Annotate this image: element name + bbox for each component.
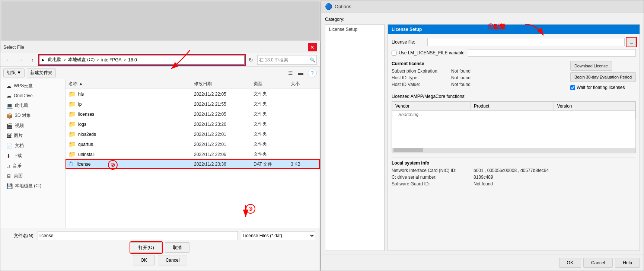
search-icon-button[interactable]: 🔍 — [310, 57, 315, 63]
breadcrumb-18: 18.0 — [128, 57, 137, 63]
file-icon-license: 🗒 — [68, 161, 74, 168]
download-license-button[interactable]: Download License — [570, 61, 612, 71]
nav-documents[interactable]: 📄 文档 — [0, 141, 65, 151]
forward-button[interactable]: → — [15, 55, 26, 65]
nav-pictures[interactable]: 🖼 图片 — [0, 131, 65, 141]
file-dialog-content: ☁ WPS云盘 ☁ OneDrive 💻 此电脑 📦 3D 对象 🎬 视频 🖼 — [0, 79, 320, 228]
nic-row: Network Interface Card (NIC) ID: b001 , … — [392, 168, 636, 173]
refresh-button[interactable]: ↻ — [246, 55, 256, 65]
breadcrumb-intelfpga: intelFPGA — [101, 57, 122, 63]
help-button[interactable]: ? — [308, 68, 317, 77]
lm-checkbox[interactable] — [392, 51, 396, 55]
nav-video-label: 视频 — [15, 122, 24, 129]
nav-onedrive[interactable]: ☁ OneDrive — [0, 91, 65, 101]
folder-icon-hls: 📁 — [68, 90, 76, 98]
local-info-title: Local system info — [392, 160, 636, 166]
nav-desktop-label: 桌面 — [14, 173, 23, 179]
view-list-button[interactable]: ☰ — [286, 68, 295, 77]
eval-period-button[interactable]: Begin 30-day Evaluation Period — [570, 72, 636, 82]
up-button[interactable]: ↑ — [27, 55, 38, 65]
documents-icon: 📄 — [6, 143, 13, 149]
float-license-checkbox[interactable] — [570, 85, 575, 90]
host-id-type-label: Host ID Type: — [392, 75, 451, 80]
license-file-input[interactable] — [427, 38, 625, 46]
file-name-logs: logs — [78, 122, 86, 127]
close-button[interactable]: ✕ — [308, 43, 317, 51]
ampp-title: Licensed AMPP/MegaCore functions: — [392, 94, 636, 99]
subscription-label: Subscription Expiration: — [392, 68, 451, 74]
downloads-icon: ⬇ — [6, 153, 11, 159]
file-name-license: license — [77, 162, 90, 167]
nav-music[interactable]: ♫ 音乐 — [0, 161, 65, 171]
nic-label: Network Interface Card (NIC) ID: — [392, 168, 474, 173]
file-type-uninstall: 文件夹 — [254, 151, 291, 157]
file-date-license: 2022/11/2 23:36 — [194, 162, 254, 167]
open-button[interactable]: 打开(O) — [131, 242, 162, 253]
nav-desktop[interactable]: 🖥 桌面 — [0, 171, 65, 181]
file-row-hls[interactable]: 📁hls 2022/11/2 22:05 文件夹 — [66, 89, 320, 99]
actions-toolbar: 组织 ▼ 新建文件夹 ☰ ▬ ? — [0, 67, 320, 79]
nav-documents-label: 文档 — [15, 143, 24, 149]
breadcrumb-this-pc: 此电脑 — [48, 57, 61, 63]
music-icon: ♫ — [6, 163, 10, 169]
options-ok-button[interactable]: OK — [559, 258, 581, 268]
lm-value-input[interactable] — [468, 49, 636, 57]
ampp-scrollbar[interactable] — [392, 148, 635, 153]
file-row-licenses[interactable]: 📁licenses 2022/11/2 22:05 文件夹 — [66, 109, 320, 119]
sg-label: Software Guard ID: — [392, 181, 474, 186]
file-list: 📁hls 2022/11/2 22:05 文件夹 📁ip 2022/11/2 2… — [66, 89, 320, 228]
ampp-searching: Searching... — [392, 111, 635, 119]
new-folder-button[interactable]: 新建文件夹 — [27, 68, 56, 77]
ampp-scroll[interactable]: Vendor Product Version Searching... — [392, 101, 636, 153]
filetype-select[interactable]: License Files (*.dat) — [241, 231, 315, 240]
file-dialog: Select File ✕ ← → ↑ ► 此电脑 > 本地磁盘 (C:) > … — [0, 0, 320, 271]
file-row-license[interactable]: 🗒 license 2022/11/2 23:36 DAT 文件 3 KB — [66, 159, 320, 169]
nav-wps[interactable]: ☁ WPS云盘 — [0, 81, 65, 91]
nav-downloads[interactable]: ⬇ 下载 — [0, 151, 65, 161]
browse-button[interactable]: ... — [627, 38, 636, 46]
options-help-button[interactable]: Help — [615, 258, 640, 268]
breadcrumb-bar[interactable]: ► 此电脑 > 本地磁盘 (C:) > intelFPGA > 18.0 — [39, 55, 245, 65]
file-row-logs[interactable]: 📁logs 2022/11/2 23:26 文件夹 — [66, 119, 320, 129]
license-file-row: License file: ... — [392, 38, 636, 46]
options-footer: OK Cancel Help — [321, 255, 644, 271]
file-row-nios2eds[interactable]: 📁nios2eds 2022/11/2 22:01 文件夹 — [66, 129, 320, 139]
nav-3d-label: 3D 对象 — [15, 112, 31, 119]
options-cancel-button[interactable]: Cancel — [583, 258, 613, 268]
ampp-section: Licensed AMPP/MegaCore functions: Vendor… — [392, 94, 636, 153]
host-id-value-row: Host ID Value: Not found — [392, 82, 567, 87]
col-size: 大小 — [291, 81, 317, 87]
current-license-title: Current license — [392, 61, 567, 66]
back-button[interactable]: ← — [3, 55, 14, 65]
file-row-uninstall[interactable]: 📁uninstall 2022/11/2 22:06 文件夹 — [66, 149, 320, 159]
nav-3d[interactable]: 📦 3D 对象 — [0, 111, 65, 121]
wps-icon: ☁ — [6, 83, 12, 89]
file-row-ip[interactable]: 📁ip 2022/11/2 21:55 文件夹 — [66, 99, 320, 109]
cdrive-row: C: drive serial number: 8189c489 — [392, 175, 636, 180]
file-date-nios2eds: 2022/11/2 22:01 — [194, 132, 254, 137]
cancel-bottom-button[interactable]: Cancel — [158, 255, 187, 265]
local-info-section: Local system info Network Interface Card… — [392, 157, 636, 186]
ampp-table: Vendor Product Version Searching... — [392, 102, 635, 119]
search-input[interactable] — [257, 55, 317, 65]
file-size-license: 3 KB — [291, 162, 317, 167]
organize-button[interactable]: 组织 ▼ — [3, 68, 25, 77]
category-item-license[interactable]: License Setup — [325, 25, 384, 34]
file-date-ip: 2022/11/2 21:55 — [194, 102, 254, 107]
nav-cdrive[interactable]: 💾 本地磁盘 (C:) — [0, 181, 65, 191]
pictures-icon: 🖼 — [6, 133, 12, 139]
file-row-quartus[interactable]: 📁quartus 2022/11/2 22:01 文件夹 — [66, 139, 320, 149]
cancel-button[interactable]: 取消 — [165, 242, 189, 253]
ok-cancel-row: OK Cancel — [5, 253, 315, 268]
ampp-col-product: Product — [471, 102, 554, 111]
nav-thispc[interactable]: 💻 此电脑 — [0, 101, 65, 111]
file-date-hls: 2022/11/2 22:05 — [194, 92, 254, 97]
options-body: Category: License Setup License Setup Li… — [321, 13, 644, 255]
view-detail-button[interactable]: ▬ — [296, 68, 306, 77]
ok-bottom-button[interactable]: OK — [133, 255, 155, 265]
host-id-value-label: Host ID Value: — [392, 82, 451, 87]
file-type-license: DAT 文件 — [254, 161, 291, 168]
filename-input[interactable] — [38, 231, 238, 240]
nav-video[interactable]: 🎬 视频 — [0, 121, 65, 131]
options-app-icon: 🔵 — [325, 3, 332, 10]
